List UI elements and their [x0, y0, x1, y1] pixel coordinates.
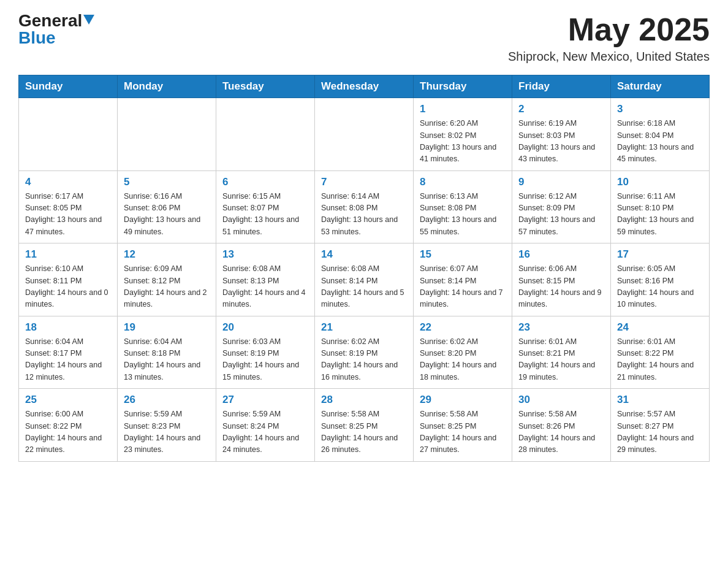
calendar-cell: 25Sunrise: 6:00 AMSunset: 8:22 PMDayligh… [19, 389, 118, 462]
calendar-cell: 23Sunrise: 6:01 AMSunset: 8:21 PMDayligh… [512, 316, 611, 389]
day-number: 1 [420, 103, 506, 115]
day-number: 17 [617, 248, 703, 261]
day-number: 19 [124, 321, 210, 334]
day-number: 8 [420, 176, 506, 188]
day-info: Sunrise: 6:03 AMSunset: 8:19 PMDaylight:… [222, 336, 308, 384]
calendar-cell: 8Sunrise: 6:13 AMSunset: 8:08 PMDaylight… [414, 170, 512, 243]
logo-general: General [18, 12, 82, 29]
day-number: 22 [420, 321, 506, 334]
day-number: 10 [617, 176, 703, 188]
header-wednesday: Wednesday [315, 75, 414, 98]
week-row-2: 4Sunrise: 6:17 AMSunset: 8:05 PMDaylight… [19, 170, 710, 243]
logo-blue: Blue [18, 28, 56, 47]
calendar-cell: 18Sunrise: 6:04 AMSunset: 8:17 PMDayligh… [19, 316, 118, 389]
calendar-cell: 13Sunrise: 6:08 AMSunset: 8:13 PMDayligh… [216, 243, 315, 316]
day-info: Sunrise: 5:59 AMSunset: 8:23 PMDaylight:… [124, 408, 210, 456]
day-info: Sunrise: 6:08 AMSunset: 8:14 PMDaylight:… [321, 263, 407, 311]
day-number: 25 [25, 394, 111, 406]
day-number: 31 [617, 394, 703, 406]
day-number: 13 [222, 248, 308, 261]
calendar-title: May 2025 [508, 12, 710, 47]
day-number: 20 [222, 321, 308, 334]
header-tuesday: Tuesday [216, 75, 315, 98]
day-number: 9 [518, 176, 604, 188]
day-number: 28 [321, 394, 407, 406]
day-info: Sunrise: 5:58 AMSunset: 8:25 PMDaylight:… [321, 408, 407, 456]
calendar-cell: 28Sunrise: 5:58 AMSunset: 8:25 PMDayligh… [315, 389, 414, 462]
calendar-cell: 29Sunrise: 5:58 AMSunset: 8:25 PMDayligh… [414, 389, 512, 462]
day-number: 14 [321, 248, 407, 261]
calendar-cell: 7Sunrise: 6:14 AMSunset: 8:08 PMDaylight… [315, 170, 414, 243]
calendar-cell: 5Sunrise: 6:16 AMSunset: 8:06 PMDaylight… [118, 170, 216, 243]
calendar-cell: 15Sunrise: 6:07 AMSunset: 8:14 PMDayligh… [414, 243, 512, 316]
day-info: Sunrise: 6:15 AMSunset: 8:07 PMDaylight:… [222, 191, 308, 239]
day-info: Sunrise: 6:07 AMSunset: 8:14 PMDaylight:… [420, 263, 506, 311]
day-number: 4 [25, 176, 111, 188]
day-info: Sunrise: 5:58 AMSunset: 8:26 PMDaylight:… [518, 408, 604, 456]
calendar-cell: 6Sunrise: 6:15 AMSunset: 8:07 PMDaylight… [216, 170, 315, 243]
header-friday: Friday [512, 75, 611, 98]
day-number: 5 [124, 176, 210, 188]
day-number: 21 [321, 321, 407, 334]
header-thursday: Thursday [414, 75, 512, 98]
day-number: 7 [321, 176, 407, 188]
day-number: 26 [124, 394, 210, 406]
day-info: Sunrise: 6:02 AMSunset: 8:20 PMDaylight:… [420, 336, 506, 384]
calendar-cell: 22Sunrise: 6:02 AMSunset: 8:20 PMDayligh… [414, 316, 512, 389]
calendar-cell: 24Sunrise: 6:01 AMSunset: 8:22 PMDayligh… [611, 316, 710, 389]
logo-triangle-icon [83, 15, 94, 25]
calendar-cell: 14Sunrise: 6:08 AMSunset: 8:14 PMDayligh… [315, 243, 414, 316]
calendar-cell [315, 98, 414, 171]
day-number: 27 [222, 394, 308, 406]
calendar-cell: 26Sunrise: 5:59 AMSunset: 8:23 PMDayligh… [118, 389, 216, 462]
day-info: Sunrise: 6:16 AMSunset: 8:06 PMDaylight:… [124, 191, 210, 239]
weekday-header-row: Sunday Monday Tuesday Wednesday Thursday… [19, 75, 710, 98]
day-number: 18 [25, 321, 111, 334]
calendar-cell: 20Sunrise: 6:03 AMSunset: 8:19 PMDayligh… [216, 316, 315, 389]
day-number: 16 [518, 248, 604, 261]
svg-marker-0 [83, 15, 94, 25]
day-info: Sunrise: 6:01 AMSunset: 8:21 PMDaylight:… [518, 336, 604, 384]
week-row-5: 25Sunrise: 6:00 AMSunset: 8:22 PMDayligh… [19, 389, 710, 462]
day-info: Sunrise: 6:17 AMSunset: 8:05 PMDaylight:… [25, 191, 111, 239]
day-number: 2 [518, 103, 604, 115]
calendar-cell: 19Sunrise: 6:04 AMSunset: 8:18 PMDayligh… [118, 316, 216, 389]
calendar-cell: 2Sunrise: 6:19 AMSunset: 8:03 PMDaylight… [512, 98, 611, 171]
day-info: Sunrise: 5:59 AMSunset: 8:24 PMDaylight:… [222, 408, 308, 456]
day-number: 23 [518, 321, 604, 334]
calendar-cell: 30Sunrise: 5:58 AMSunset: 8:26 PMDayligh… [512, 389, 611, 462]
header-sunday: Sunday [19, 75, 118, 98]
day-number: 29 [420, 394, 506, 406]
day-number: 12 [124, 248, 210, 261]
day-info: Sunrise: 5:58 AMSunset: 8:25 PMDaylight:… [420, 408, 506, 456]
day-info: Sunrise: 6:00 AMSunset: 8:22 PMDaylight:… [25, 408, 111, 456]
calendar-cell [216, 98, 315, 171]
day-info: Sunrise: 6:08 AMSunset: 8:13 PMDaylight:… [222, 263, 308, 311]
logo: General Blue [18, 12, 94, 47]
day-info: Sunrise: 6:09 AMSunset: 8:12 PMDaylight:… [124, 263, 210, 311]
calendar-cell: 1Sunrise: 6:20 AMSunset: 8:02 PMDaylight… [414, 98, 512, 171]
calendar-cell: 12Sunrise: 6:09 AMSunset: 8:12 PMDayligh… [118, 243, 216, 316]
day-info: Sunrise: 6:04 AMSunset: 8:17 PMDaylight:… [25, 336, 111, 384]
day-info: Sunrise: 6:18 AMSunset: 8:04 PMDaylight:… [617, 118, 703, 166]
day-info: Sunrise: 6:01 AMSunset: 8:22 PMDaylight:… [617, 336, 703, 384]
calendar-cell [118, 98, 216, 171]
day-number: 30 [518, 394, 604, 406]
day-info: Sunrise: 6:04 AMSunset: 8:18 PMDaylight:… [124, 336, 210, 384]
calendar-cell: 17Sunrise: 6:05 AMSunset: 8:16 PMDayligh… [611, 243, 710, 316]
day-info: Sunrise: 6:11 AMSunset: 8:10 PMDaylight:… [617, 191, 703, 239]
header-monday: Monday [118, 75, 216, 98]
title-block: May 2025 Shiprock, New Mexico, United St… [508, 12, 710, 64]
day-number: 15 [420, 248, 506, 261]
day-number: 11 [25, 248, 111, 261]
day-info: Sunrise: 6:19 AMSunset: 8:03 PMDaylight:… [518, 118, 604, 166]
calendar-cell: 16Sunrise: 6:06 AMSunset: 8:15 PMDayligh… [512, 243, 611, 316]
day-info: Sunrise: 6:10 AMSunset: 8:11 PMDaylight:… [25, 263, 111, 311]
header-saturday: Saturday [611, 75, 710, 98]
calendar-cell: 31Sunrise: 5:57 AMSunset: 8:27 PMDayligh… [611, 389, 710, 462]
day-info: Sunrise: 5:57 AMSunset: 8:27 PMDaylight:… [617, 408, 703, 456]
calendar-cell: 11Sunrise: 6:10 AMSunset: 8:11 PMDayligh… [19, 243, 118, 316]
day-info: Sunrise: 6:13 AMSunset: 8:08 PMDaylight:… [420, 191, 506, 239]
day-number: 24 [617, 321, 703, 334]
calendar-cell: 9Sunrise: 6:12 AMSunset: 8:09 PMDaylight… [512, 170, 611, 243]
